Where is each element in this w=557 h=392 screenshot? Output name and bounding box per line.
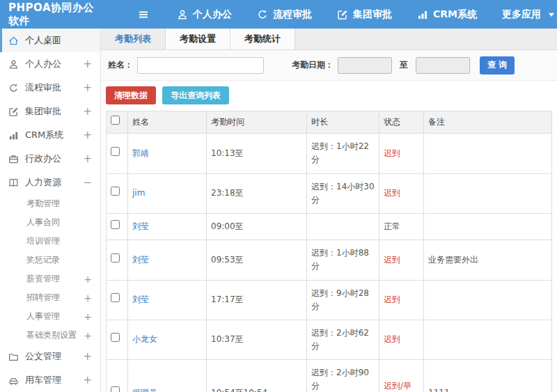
- sidebar-subitem[interactable]: 奖惩记录: [0, 251, 100, 269]
- expand-icon[interactable]: +: [83, 129, 92, 141]
- select-all-checkbox[interactable]: [111, 116, 120, 125]
- status-badge: 迟到: [384, 148, 400, 158]
- cell-duration: [307, 213, 379, 240]
- cell-name: 刘莹: [128, 240, 207, 280]
- date-filter-label: 考勤日期：: [292, 59, 334, 71]
- home-icon: [8, 36, 19, 46]
- cell-remark: [424, 320, 552, 359]
- row-checkbox[interactable]: [111, 386, 120, 392]
- cell-name: 刘莹: [128, 213, 207, 240]
- sidebar-subitem[interactable]: 人事合同: [0, 213, 100, 232]
- tab-考勤设置[interactable]: 考勤设置: [166, 29, 230, 49]
- expand-icon[interactable]: +: [83, 105, 92, 118]
- expand-icon[interactable]: +: [84, 330, 92, 341]
- row-checkbox-cell: [107, 173, 128, 213]
- name-filter-input[interactable]: [137, 57, 264, 74]
- sidebar-subitem[interactable]: 薪资管理+: [0, 269, 100, 288]
- sidebar-item[interactable]: CRM系统+: [0, 123, 100, 147]
- cell-remark: [424, 134, 552, 173]
- caret-down-icon: [546, 9, 557, 20]
- cell-remark: [424, 280, 552, 320]
- employee-name-link[interactable]: jim: [132, 188, 145, 198]
- expand-icon[interactable]: +: [83, 374, 92, 386]
- cell-attendance-time: 10:54至10:54: [207, 360, 307, 392]
- sidebar-subitem-label: 人事合同: [26, 217, 60, 228]
- employee-name-link[interactable]: 小龙女: [132, 334, 157, 344]
- book-icon: [8, 178, 19, 188]
- row-checkbox[interactable]: [111, 333, 120, 342]
- collapse-icon[interactable]: −: [83, 176, 92, 189]
- sidebar-subitem[interactable]: 考勤管理: [0, 194, 100, 213]
- table-row: 刘莹09:53至迟到：1小时88分迟到业务需要外出: [107, 240, 552, 280]
- cell-status: 迟到: [379, 320, 424, 359]
- tab-考勤列表[interactable]: 考勤列表: [101, 29, 166, 49]
- sidebar-subitem-label: 招聘管理: [26, 292, 60, 304]
- clear-data-button[interactable]: 清理数据: [106, 86, 156, 104]
- action-bar: 清理数据 导出查询列表: [101, 81, 557, 111]
- sidebar-item-label: 个人办公: [25, 58, 61, 70]
- top-nav-item[interactable]: 个人办公: [177, 8, 232, 21]
- sidebar-item[interactable]: 公文管理+: [0, 345, 100, 368]
- sidebar-subitem[interactable]: 培训管理: [0, 232, 100, 251]
- row-checkbox[interactable]: [111, 220, 120, 229]
- sidebar-item[interactable]: 集团审批+: [0, 100, 100, 123]
- topbar: PHPOA协同办公软件 个人办公流程审批集团审批CRM系统更多应用: [0, 0, 557, 29]
- expand-icon[interactable]: +: [84, 311, 92, 322]
- expand-icon[interactable]: +: [83, 350, 92, 363]
- status-badge: 迟到: [384, 295, 400, 304]
- search-button[interactable]: 查 询: [480, 56, 515, 75]
- cell-remark: [424, 213, 552, 240]
- row-checkbox[interactable]: [111, 187, 120, 196]
- date-to-input[interactable]: [416, 57, 470, 74]
- sidebar-item[interactable]: 行政办公+: [0, 147, 100, 171]
- expand-icon[interactable]: +: [83, 152, 92, 165]
- row-checkbox[interactable]: [111, 147, 120, 156]
- sidebar-item[interactable]: 用车管理+: [0, 368, 100, 392]
- sidebar-item[interactable]: 个人办公+: [0, 52, 100, 76]
- table-row: 管理员10:54至10:54迟到：2小时90分 早退：7小时10分迟到/早退11…: [107, 360, 552, 392]
- edit-icon: [8, 107, 19, 117]
- expand-icon[interactable]: +: [83, 58, 92, 70]
- expand-icon[interactable]: +: [84, 292, 92, 304]
- column-header: 姓名: [128, 111, 207, 134]
- employee-name-link[interactable]: 管理员: [132, 388, 157, 392]
- employee-name-link[interactable]: 刘莹: [132, 221, 149, 231]
- sidebar-item[interactable]: 流程审批+: [0, 76, 100, 100]
- app-logo: PHPOA协同办公软件: [0, 1, 99, 28]
- expand-icon[interactable]: +: [84, 274, 92, 285]
- hamburger-icon: [138, 9, 149, 20]
- filter-bar: 姓名： 考勤日期： 至 查 询: [101, 50, 557, 81]
- employee-name-link[interactable]: 刘莹: [132, 255, 149, 265]
- cell-status: 正常: [379, 213, 424, 240]
- row-checkbox[interactable]: [111, 293, 120, 302]
- top-nav-item[interactable]: 流程审批: [257, 8, 312, 21]
- cell-duration: 迟到：9小时28分: [307, 280, 379, 320]
- row-checkbox-cell: [107, 240, 128, 280]
- employee-name-link[interactable]: 郭靖: [132, 148, 149, 158]
- sidebar-subitem-label: 基础类别设置: [26, 329, 77, 341]
- sidebar-subitem[interactable]: 招聘管理+: [0, 288, 100, 307]
- export-list-button[interactable]: 导出查询列表: [162, 86, 229, 104]
- name-filter-label: 姓名：: [108, 59, 133, 71]
- top-nav-item[interactable]: 集团审批: [337, 8, 392, 21]
- sidebar-item[interactable]: 人力资源−: [0, 171, 100, 194]
- cell-status: 迟到: [379, 240, 424, 280]
- user-icon: [177, 9, 188, 20]
- row-checkbox[interactable]: [111, 253, 120, 262]
- sidebar-subitem[interactable]: 基础类别设置+: [0, 326, 100, 345]
- folder-icon: [8, 352, 19, 362]
- table-row: jim23:18至迟到：14小时30分迟到: [107, 173, 552, 213]
- menu-toggle-button[interactable]: [138, 9, 150, 20]
- row-checkbox-cell: [107, 134, 128, 173]
- top-nav-item[interactable]: 更多应用: [502, 8, 557, 21]
- top-nav-item[interactable]: CRM系统: [417, 8, 477, 21]
- sidebar-item[interactable]: 个人桌面: [0, 29, 100, 52]
- sidebar-item-label: CRM系统: [25, 129, 63, 141]
- sidebar-item-label: 流程审批: [25, 81, 61, 94]
- sidebar-subitem[interactable]: 人事管理+: [0, 307, 100, 326]
- date-from-input[interactable]: [338, 57, 392, 74]
- employee-name-link[interactable]: 刘莹: [132, 295, 149, 304]
- expand-icon[interactable]: +: [83, 81, 92, 94]
- cell-name: 刘莹: [128, 280, 207, 320]
- tab-考勤统计[interactable]: 考勤统计: [230, 29, 295, 49]
